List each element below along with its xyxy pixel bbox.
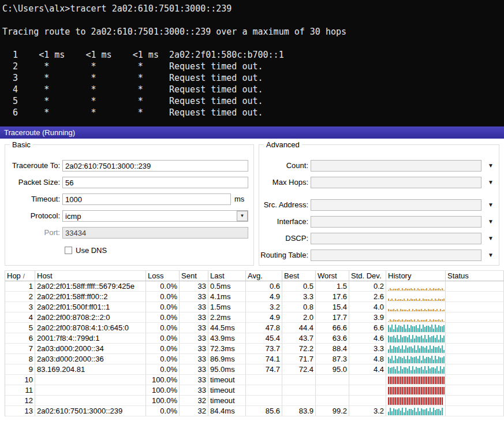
count-field[interactable] bbox=[311, 160, 481, 172]
cell-hop: 2 bbox=[5, 292, 35, 302]
column-header-sent[interactable]: Sent bbox=[180, 271, 208, 281]
table-row[interactable]: 82a03:d000:2000::360.0%3386.9ms74.171.78… bbox=[5, 354, 504, 364]
table-row[interactable]: 12100.0%32timeout bbox=[5, 396, 504, 406]
history-sparkline bbox=[388, 355, 443, 363]
timeout-unit-label: ms bbox=[234, 193, 244, 205]
cell-history bbox=[386, 323, 446, 333]
cell-history bbox=[386, 406, 446, 416]
cell-status bbox=[446, 312, 504, 323]
history-sparkline bbox=[388, 282, 443, 291]
cell-history bbox=[386, 302, 446, 312]
table-row[interactable]: 132a02:610:7501:3000::2390.0%3284.4ms85.… bbox=[5, 406, 504, 416]
cell-history bbox=[386, 292, 446, 302]
cell-history bbox=[386, 281, 446, 292]
cell-loss: 0.0% bbox=[146, 333, 180, 344]
column-header-avg[interactable]: Avg. bbox=[246, 271, 282, 281]
interface-dropdown-arrow[interactable]: ▼ bbox=[486, 216, 496, 228]
window-titlebar[interactable]: Traceroute (Running) bbox=[0, 126, 504, 139]
terminal-line bbox=[2, 14, 504, 26]
history-sparkline bbox=[388, 365, 443, 374]
column-header-history[interactable]: History bbox=[386, 271, 446, 281]
table-row[interactable]: 22a02:2f01:58ff:ff00::20.0%334.1ms4.93.3… bbox=[5, 292, 504, 302]
column-header-loss[interactable]: Loss bbox=[146, 271, 180, 281]
column-header-last[interactable]: Last bbox=[208, 271, 246, 281]
history-sparkline bbox=[388, 386, 443, 394]
cell-status bbox=[446, 385, 504, 396]
timeout-field[interactable] bbox=[62, 193, 231, 205]
cell-best bbox=[282, 385, 316, 396]
column-header-worst[interactable]: Worst bbox=[316, 271, 349, 281]
cell-stddev: 0.2 bbox=[349, 281, 386, 292]
src-address-dropdown-arrow[interactable]: ▼ bbox=[486, 199, 496, 211]
dscp-field[interactable] bbox=[311, 233, 481, 244]
cell-avg bbox=[246, 375, 282, 385]
interface-field[interactable] bbox=[311, 216, 481, 228]
cell-host: 2a02:2f00:8708:2::2:0 bbox=[35, 312, 146, 323]
table-row[interactable]: 11100.0%33timeout bbox=[5, 385, 504, 396]
column-header-best[interactable]: Best bbox=[282, 271, 316, 281]
table-row[interactable]: 983.169.204.810.0%3395.0ms74.772.495.04.… bbox=[5, 364, 504, 375]
history-sparkline bbox=[388, 407, 443, 415]
cell-worst bbox=[316, 385, 349, 396]
protocol-dropdown-button[interactable]: ▼ bbox=[237, 211, 248, 221]
cell-worst: 88.4 bbox=[316, 344, 349, 354]
column-header-std-dev[interactable]: Std. Dev. bbox=[349, 271, 386, 281]
count-dropdown-arrow[interactable]: ▼ bbox=[486, 160, 496, 172]
cell-host bbox=[35, 385, 146, 396]
cell-hop: 1 bbox=[5, 281, 35, 292]
cell-avg: 73.7 bbox=[246, 344, 282, 354]
table-header-row: Hop/HostLossSentLastAvg.BestWorstStd. De… bbox=[5, 270, 504, 281]
history-sparkline bbox=[388, 334, 443, 342]
cell-hop: 5 bbox=[5, 323, 35, 333]
column-header-status[interactable]: Status bbox=[446, 271, 504, 281]
use-dns-checkbox[interactable] bbox=[65, 247, 72, 254]
src-address-field[interactable] bbox=[311, 199, 481, 211]
port-field[interactable] bbox=[62, 227, 248, 239]
packet-size-field[interactable] bbox=[62, 177, 248, 188]
history-sparkline bbox=[388, 396, 443, 405]
cell-stddev bbox=[349, 396, 386, 406]
cell-loss: 0.0% bbox=[146, 354, 180, 364]
max-hops-field[interactable] bbox=[311, 177, 481, 188]
port-label: Port: bbox=[5, 227, 60, 239]
cell-sent: 33 bbox=[180, 333, 208, 344]
table-row[interactable]: 72a03:d000:2000::340.0%3372.3ms73.772.28… bbox=[5, 344, 504, 354]
cell-status bbox=[446, 354, 504, 364]
terminal-window: C:\Users\alx>tracert 2a02:610:7501:3000:… bbox=[0, 0, 504, 126]
cell-sent: 33 bbox=[180, 312, 208, 323]
protocol-field[interactable] bbox=[62, 210, 248, 222]
routing-table-field[interactable] bbox=[311, 249, 481, 261]
cell-last: 43.9ms bbox=[208, 333, 246, 344]
table-row[interactable]: 12a02:2f01:58ff:ffff::5679:425e0.0%330.5… bbox=[5, 281, 504, 292]
table-row[interactable]: 62001:7f8:4::799d:10.0%3343.9ms45.443.76… bbox=[5, 333, 504, 344]
table-row[interactable]: 10100.0%33timeout bbox=[5, 375, 504, 385]
cell-last: 44.5ms bbox=[208, 323, 246, 333]
cell-stddev: 4.4 bbox=[349, 364, 386, 375]
cell-hop: 13 bbox=[5, 406, 35, 416]
cell-loss: 100.0% bbox=[146, 396, 180, 406]
cell-loss: 0.0% bbox=[146, 406, 180, 416]
cell-worst: 66.6 bbox=[316, 323, 349, 333]
max-hops-dropdown-arrow[interactable]: ▼ bbox=[486, 177, 496, 188]
cell-hop: 7 bbox=[5, 344, 35, 354]
traceroute-to-field[interactable] bbox=[62, 160, 248, 172]
cell-status bbox=[446, 281, 504, 292]
table-row[interactable]: 52a02:2f00:8708:4:1:0:645:00.0%3344.5ms4… bbox=[5, 323, 504, 333]
cell-stddev: 2.6 bbox=[349, 292, 386, 302]
table-row[interactable]: 32a02:2f01:500f:ff01::10.0%331.5ms3.20.8… bbox=[5, 302, 504, 312]
routing-table-dropdown-arrow[interactable]: ▼ bbox=[486, 249, 496, 261]
column-header-hop[interactable]: Hop/ bbox=[5, 271, 35, 281]
cell-worst: 17.7 bbox=[316, 312, 349, 323]
cell-best: 72.2 bbox=[282, 344, 316, 354]
cell-hop: 4 bbox=[5, 312, 35, 323]
cell-history bbox=[386, 396, 446, 406]
column-header-host[interactable]: Host bbox=[35, 271, 146, 281]
cell-host: 2a02:610:7501:3000::239 bbox=[35, 406, 146, 416]
dscp-dropdown-arrow[interactable]: ▼ bbox=[486, 233, 496, 244]
table-row[interactable]: 42a02:2f00:8708:2::2:00.0%332.2ms4.92.01… bbox=[5, 312, 504, 323]
cell-hop: 3 bbox=[5, 302, 35, 312]
cell-last: 1.5ms bbox=[208, 302, 246, 312]
cell-sent: 33 bbox=[180, 364, 208, 375]
traceroute-window: Traceroute (Running) Basic Advanced Trac… bbox=[0, 126, 504, 432]
cell-sent: 32 bbox=[180, 406, 208, 416]
